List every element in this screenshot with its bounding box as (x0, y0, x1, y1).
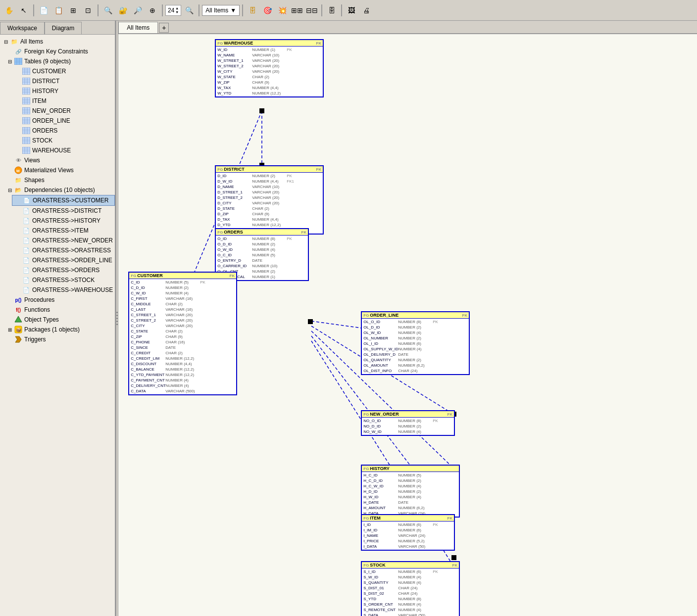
table-row: W_STATECHAR (2) (216, 74, 322, 80)
tab-workspace[interactable]: Workspace (0, 22, 45, 34)
table-row: C_ZIPCHAR (9) (130, 334, 236, 339)
tree-item-customer[interactable]: CUSTOMER (12, 66, 115, 76)
add-diagram-tab-btn[interactable]: + (159, 23, 169, 33)
table-row: O_C_IDNUMBER (5) (216, 252, 307, 258)
db-table-customer-header: FG CUSTOMER FK (129, 273, 236, 279)
plus-btn[interactable]: ⊕ (146, 3, 159, 17)
tab-diagram[interactable]: Diagram (45, 22, 82, 34)
table-row: C_PAYMENT_CNTNUMBER (4) (130, 378, 236, 383)
deps-expander[interactable]: ⊟ (6, 186, 14, 194)
db-table-new-order[interactable]: FG NEW_ORDER FK NO_O_IDNUMBER (8)PK NO_D… (361, 410, 455, 436)
tree-item-stock[interactable]: STOCK (12, 136, 115, 145)
search-btn[interactable]: 🔍 (101, 3, 115, 17)
tree-item-orders[interactable]: ORDERS (12, 126, 115, 136)
db-table-order-line[interactable]: FG ORDER_LINE FK OL_O_IDNUMBER (8)PK OL_… (361, 311, 470, 375)
table-row: W_STREET_1VARCHAR (20) (216, 58, 322, 63)
tree-item-new-order[interactable]: NEW_ORDER (12, 106, 115, 116)
dep7-label: ORASTRESS->ORDER_LINE (32, 257, 112, 264)
img-btn1[interactable]: 🖼 (345, 3, 358, 17)
select-tool-btn[interactable]: ↖ (17, 3, 31, 17)
img-btn2[interactable]: 🖨 (359, 3, 373, 17)
tree-item-dep1[interactable]: 📄 ORASTRESS->CUSTOMER (12, 195, 115, 206)
tables-icon (14, 57, 23, 65)
table-row: W_IDNUMBER (1)PK (216, 47, 322, 52)
tree-item-mat-views[interactable]: M Materialized Views (4, 165, 115, 175)
warehouse-label: WAREHOUSE (32, 147, 71, 154)
copy-btn[interactable]: 📋 (51, 3, 65, 17)
print-btn[interactable]: 🗄 (325, 3, 339, 17)
diagram-canvas: FG WAREHOUSE FK W_IDNUMBER (1)PK W_NAMEV… (118, 34, 697, 616)
tree-item-triggers[interactable]: Triggers (4, 334, 115, 344)
tree-item-dep3[interactable]: 📄 ORASTRESS->HISTORY (12, 216, 115, 226)
tree-item-fk[interactable]: 🔗 Foreign Key Constraints (4, 47, 115, 56)
db-btn4[interactable]: ⊞⊞ (290, 3, 304, 17)
tables-expander[interactable]: ⊟ (6, 57, 14, 65)
history-label: HISTORY (32, 88, 58, 95)
tree-item-history[interactable]: HISTORY (12, 86, 115, 96)
svg-rect-83 (451, 555, 456, 560)
cursor-tool-btn[interactable]: ✋ (2, 3, 16, 17)
table-row: C_LASTVARCHAR (16) (130, 307, 236, 312)
dep-icon-1: 📄 (22, 196, 31, 204)
fit-btn[interactable]: 🔍 (182, 3, 196, 17)
table-row: D_STREET_2VARCHAR (20) (216, 195, 322, 200)
left-panel: Workspace Diagram ⊟ 📁 All Items 🔗 Foreig… (0, 21, 116, 616)
db-table-stock[interactable]: FG STOCK FK S_I_IDNUMBER (6)PK S_W_IDNUM… (361, 561, 460, 616)
dep-icon-9: 📄 (22, 276, 31, 284)
tree-item-item[interactable]: ITEM (12, 96, 115, 106)
tree-item-dep2[interactable]: 📄 ORASTRESS->DISTRICT (12, 206, 115, 216)
db-table-history-header: FG HISTORY (362, 466, 459, 472)
tree-item-shapes[interactable]: 📁 Shapes (4, 175, 115, 185)
tree-item-dep10[interactable]: 📄 ORASTRESS->WAREHOUSE (12, 285, 115, 295)
tree-item-dep7[interactable]: 📄 ORASTRESS->ORDER_LINE (12, 255, 115, 265)
table-row: W_STREET_2VARCHAR (20) (216, 63, 322, 69)
db-btn1[interactable]: 🗄 (246, 3, 259, 17)
tree-item-dep8[interactable]: 📄 ORASTRESS->ORDERS (12, 265, 115, 275)
grid2-btn[interactable]: ⊡ (81, 3, 95, 17)
db-table-district[interactable]: FG DISTRICT FK D_IDNUMBER (2)PK D_W_IDNU… (215, 165, 324, 235)
tree-item-dep9[interactable]: 📄 ORASTRESS->STOCK (12, 275, 115, 285)
tree-item-object-types[interactable]: Object Types (4, 315, 115, 325)
tree-item-district[interactable]: DISTRICT (12, 76, 115, 86)
tree-item-dep5[interactable]: 📄 ORASTRESS->NEW_ORDER (12, 236, 115, 245)
svg-rect-74 (259, 108, 264, 113)
zoom-box: 24 ▲ ▼ (165, 5, 181, 16)
db-table-district-body: D_IDNUMBER (2)PK D_W_IDNUMBER (4,4)FK1 D… (216, 173, 323, 234)
tree-item-functions[interactable]: f() Functions (4, 305, 115, 315)
new-btn[interactable]: 📄 (37, 3, 50, 17)
tree-item-order-line[interactable]: ORDER_LINE (12, 116, 115, 126)
zoom-btn[interactable]: 🔎 (131, 3, 145, 17)
db-table-new-order-header: FG NEW_ORDER FK (362, 411, 454, 418)
diagram-panel[interactable]: FG WAREHOUSE FK W_IDNUMBER (1)PK W_NAMEV… (118, 34, 697, 616)
db-table-customer[interactable]: FG CUSTOMER FK C_IDNUMBER (5)PK C_D_IDNU… (128, 272, 237, 395)
root-expander[interactable]: ⊟ (2, 38, 10, 46)
tree-item-packages[interactable]: ⊞ 📦 Packages (1 objects) (4, 325, 115, 334)
db-table-warehouse[interactable]: FG WAREHOUSE FK W_IDNUMBER (1)PK W_NAMEV… (215, 39, 324, 97)
packages-expander[interactable]: ⊞ (6, 326, 14, 333)
lock-btn[interactable]: 🔐 (116, 3, 130, 17)
tree-item-dependencies[interactable]: ⊟ 📂 Dependencies (10 objects) (4, 185, 115, 195)
tree-root[interactable]: ⊟ 📁 All Items (0, 37, 115, 47)
tree-item-dep4[interactable]: 📄 ORASTRESS->ITEM (12, 226, 115, 236)
tree-item-warehouse[interactable]: WAREHOUSE (12, 145, 115, 155)
zoom-value: 24 (168, 7, 174, 14)
tree-item-tables[interactable]: ⊟ Tables (9 objects) (4, 56, 115, 66)
diagram-tab-all-items[interactable]: All Items (118, 22, 158, 33)
new-order-label: NEW_ORDER (32, 107, 71, 114)
packages-icon: 📦 (14, 326, 23, 333)
separator-4 (199, 4, 199, 16)
separator-3 (162, 4, 163, 16)
all-items-dropdown[interactable]: All Items ▼ (202, 5, 240, 16)
tree-item-procedures[interactable]: p() Procedures (4, 295, 115, 305)
db-table-history[interactable]: FG HISTORY H_C_IDNUMBER (5) H_C_D_IDNUMB… (361, 465, 460, 518)
db-btn2[interactable]: 🎯 (260, 3, 274, 17)
tree-item-views[interactable]: 👁 Views (4, 155, 115, 165)
tree-item-dep6[interactable]: 📄 ORASTRESS->ORASTRESS (12, 245, 115, 255)
db-btn5[interactable]: ⊟⊟ (305, 3, 319, 17)
table-row: H_C_IDNUMBER (5) (362, 473, 458, 478)
table-icon-warehouse (22, 146, 31, 154)
table-icon-order-line (22, 117, 31, 125)
grid-btn[interactable]: ⊞ (66, 3, 80, 17)
db-table-item[interactable]: FG ITEM FK I_IDNUMBER (6)PK I_IM_IDNUMBE… (361, 514, 455, 551)
db-btn3[interactable]: 💥 (275, 3, 289, 17)
